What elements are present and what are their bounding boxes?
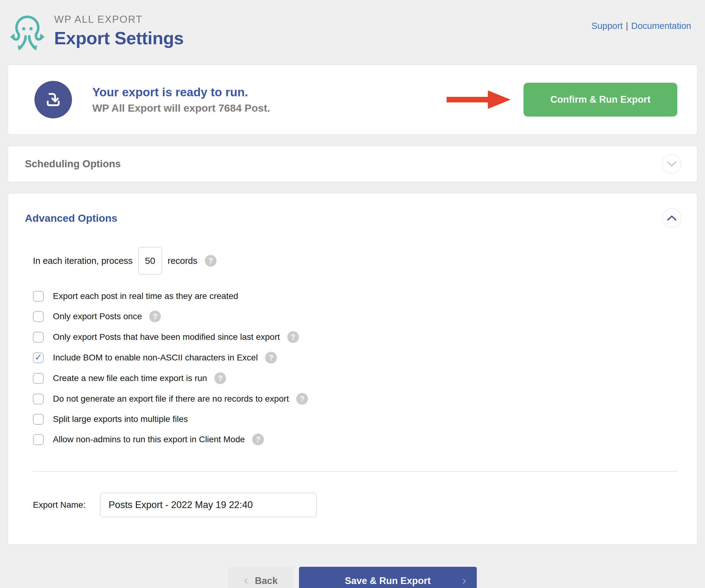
save-run-export-button[interactable]: Save & Run Export › <box>299 567 477 588</box>
banner-title: Your export is ready to run. <box>92 86 446 99</box>
checkbox-label: Create a new file each time export is ru… <box>53 373 207 383</box>
help-icon[interactable]: ? <box>287 331 299 343</box>
banner-subtitle: WP All Export will export 7684 Post. <box>92 102 446 114</box>
export-name-input[interactable] <box>100 493 317 517</box>
advanced-options-panel: Advanced Options In each iteration, proc… <box>8 193 697 545</box>
help-icon[interactable]: ? <box>205 255 217 266</box>
checkbox-row-client-mode[interactable]: Allow non-admins to run this export in C… <box>33 434 682 445</box>
checkbox-row-realtime[interactable]: Export each post in real time as they ar… <box>33 291 682 302</box>
export-name-row: Export Name: <box>25 493 682 517</box>
red-arrow-icon <box>446 87 511 112</box>
export-ready-banner: Your export is ready to run. WP All Expo… <box>8 64 697 135</box>
checkbox-label: Only export Posts that have been modifie… <box>53 332 280 342</box>
link-separator: | <box>626 21 628 31</box>
checkbox[interactable] <box>33 434 44 445</box>
export-name-label: Export Name: <box>33 500 100 510</box>
confirm-run-export-button[interactable]: Confirm & Run Export <box>523 83 677 116</box>
export-settings-page: WP ALL EXPORT Export Settings Support|Do… <box>0 0 705 588</box>
chevron-left-icon: ‹ <box>244 574 248 586</box>
back-button[interactable]: ‹ Back <box>229 567 293 588</box>
checkbox-row-modified-since[interactable]: Only export Posts that have been modifie… <box>33 331 682 343</box>
checkbox-label: Include BOM to enable non-ASCII characte… <box>53 353 258 362</box>
checkbox[interactable] <box>33 394 44 404</box>
iteration-setting-row: In each iteration, process records ? <box>25 247 682 275</box>
support-link[interactable]: Support <box>592 21 623 31</box>
chevron-up-icon <box>667 215 676 221</box>
checkbox-row-split-exports[interactable]: Split large exports into multiple files <box>33 413 682 425</box>
help-icon[interactable]: ? <box>265 352 277 363</box>
advanced-checkbox-list: Export each post in real time as they ar… <box>25 291 682 445</box>
download-circle-icon <box>35 81 72 118</box>
checkbox-label: Export each post in real time as they ar… <box>53 291 238 301</box>
scheduling-options-title: Scheduling Options <box>25 158 121 170</box>
checkbox-label: Only export Posts once <box>53 311 142 322</box>
iteration-label-after: records <box>168 256 197 266</box>
iteration-label-before: In each iteration, process <box>33 256 133 266</box>
checkbox[interactable] <box>33 352 44 363</box>
documentation-link[interactable]: Documentation <box>631 21 691 31</box>
bottom-actions: ‹ Back Save & Run Export › <box>0 567 705 588</box>
checkbox-row-export-once[interactable]: Only export Posts once ? <box>33 310 682 322</box>
checkbox-label: Split large exports into multiple files <box>53 414 188 424</box>
advanced-collapse-button[interactable] <box>662 208 682 228</box>
help-icon[interactable]: ? <box>252 434 264 445</box>
save-button-label: Save & Run Export <box>345 575 431 586</box>
advanced-options-title: Advanced Options <box>25 212 117 224</box>
chevron-down-icon <box>667 161 676 167</box>
scheduling-options-panel[interactable]: Scheduling Options <box>8 146 697 182</box>
checkbox[interactable] <box>33 373 44 384</box>
page-title: Export Settings <box>54 28 184 48</box>
header: WP ALL EXPORT Export Settings Support|Do… <box>0 0 705 52</box>
help-icon[interactable]: ? <box>215 373 226 384</box>
help-icon[interactable]: ? <box>296 393 308 405</box>
brand-name: WP ALL EXPORT <box>54 13 184 25</box>
help-icon[interactable]: ? <box>149 310 161 322</box>
header-links: Support|Documentation <box>592 21 691 31</box>
checkbox-label: Allow non-admins to run this export in C… <box>53 435 245 444</box>
scheduling-expand-button[interactable] <box>662 154 682 174</box>
checkbox[interactable] <box>33 311 44 322</box>
checkbox-row-include-bom[interactable]: Include BOM to enable non-ASCII characte… <box>33 352 682 363</box>
wp-all-export-octopus-logo-icon <box>9 12 46 52</box>
section-divider <box>33 471 678 472</box>
back-button-label: Back <box>255 575 278 586</box>
chevron-right-icon: › <box>462 574 466 587</box>
checkbox[interactable] <box>33 291 44 302</box>
checkbox-row-new-file-each-run[interactable]: Create a new file each time export is ru… <box>33 373 682 384</box>
checkbox[interactable] <box>33 332 44 343</box>
checkbox-row-no-empty-file[interactable]: Do not generate an export file if there … <box>33 393 682 405</box>
checkbox[interactable] <box>33 414 44 425</box>
checkbox-label: Do not generate an export file if there … <box>53 394 289 404</box>
iteration-records-input[interactable] <box>138 247 162 275</box>
